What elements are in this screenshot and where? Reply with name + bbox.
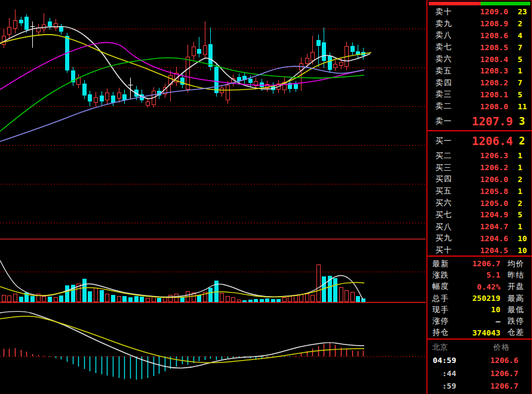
quote-panel: 卖十1209.023卖九1208.92卖八1208.64卖七1208.57卖六1… (426, 0, 532, 394)
info-value: 374043 (466, 328, 500, 337)
info-label-right: 跌停 (508, 316, 524, 327)
ask-label: 卖二 (435, 101, 468, 112)
tick-row[interactable]: 04:591206.6 (428, 354, 531, 367)
info-label-right: 均价 (508, 258, 524, 269)
tick-row[interactable]: :441206.7 (428, 367, 531, 380)
bid1-volume: 2 (519, 135, 525, 147)
bid-label: 买八 (435, 221, 468, 232)
info-value: 5.1 (466, 270, 500, 279)
tick-row[interactable]: :591206.7 (428, 380, 531, 393)
ask-volume: 5 (518, 55, 522, 64)
ask-row[interactable]: 卖七1208.57 (428, 41, 531, 53)
ask-volume: 4 (518, 31, 522, 40)
ask-row[interactable]: 卖二1208.011 (428, 100, 531, 112)
bid-volume: 2 (518, 175, 522, 184)
info-ticks-separator (428, 338, 531, 340)
ask-row[interactable]: 卖十1209.023 (428, 6, 531, 18)
info-label: 总手 (432, 293, 466, 304)
book-info-separator (428, 256, 531, 257)
ask-row[interactable]: 卖八1208.64 (428, 30, 531, 42)
info-row: 涨跌5.1昨结 (428, 269, 531, 281)
buy-sell-ratio-bar (429, 2, 530, 5)
ask-price: 1208.2 (468, 78, 508, 87)
ask-price: 1209.0 (468, 7, 508, 16)
info-value: 1206.7 (466, 259, 500, 268)
ask1-row-container: 卖一1207.93 (428, 112, 531, 130)
ask-price: 1208.4 (468, 55, 508, 64)
bid-label: 买五 (435, 186, 468, 196)
tick-price: 1206.7 (456, 369, 518, 378)
ask-label: 卖九 (435, 19, 468, 29)
bid1-price: 1206.4 (468, 134, 513, 147)
info-label: 最新 (432, 258, 466, 269)
bid-row[interactable]: 买三1206.21 (428, 162, 531, 174)
ask-price: 1208.3 (468, 66, 508, 75)
tick-price: 1206.7 (456, 381, 518, 390)
market-info-section: 最新1206.7均价涨跌5.1昨结幅度0.42%开盘总手250219最高现手10… (428, 258, 531, 338)
tick-list-header: 北京 价格 (428, 340, 531, 354)
ask-price: 1208.9 (468, 19, 508, 28)
ask1-volume: 3 (519, 115, 525, 127)
info-value: 250219 (466, 294, 500, 303)
bid-row[interactable]: 买四1206.02 (428, 174, 531, 186)
ask-row[interactable]: 卖三1208.15 (428, 89, 531, 101)
ask-row[interactable]: 卖九1208.92 (428, 18, 531, 30)
info-value: 10 (466, 305, 500, 314)
ask-row[interactable]: 卖四1208.27 (428, 77, 531, 89)
bid-row[interactable]: 买五1205.81 (428, 185, 531, 197)
info-label: 幅度 (432, 281, 466, 292)
kline-chart-canvas[interactable] (0, 0, 426, 394)
bid-label: 买二 (435, 150, 468, 161)
tick-time: :44 (428, 369, 456, 378)
info-label: 持仓 (432, 327, 466, 338)
bid-price: 1204.5 (468, 246, 508, 255)
bid-row[interactable]: 买八1204.71 (428, 221, 531, 233)
info-row: 现手10最低 (428, 304, 531, 315)
bid-price: 1206.2 (468, 163, 508, 172)
bid-volume: 1 (518, 163, 522, 172)
bid-price: 1205.0 (468, 199, 508, 208)
tick-header-price: 价格 (493, 342, 510, 353)
bid-volume: 5 (518, 210, 522, 219)
bid-volume: 10 (518, 246, 527, 255)
bid-price: 1205.8 (468, 187, 508, 196)
bid-row[interactable]: 买九1204.610 (428, 233, 531, 245)
tick-time: 04:59 (428, 356, 456, 365)
ask-volume: 7 (518, 43, 522, 52)
info-row: 持仓374043仓差 (428, 327, 531, 338)
ask-price: 1208.0 (468, 102, 508, 111)
tick-price: 1206.6 (456, 356, 518, 365)
info-label: 涨跌 (432, 270, 466, 281)
ask-volume: 1 (518, 66, 522, 75)
bid-label: 买三 (435, 162, 468, 173)
bid1-row-container: 买一1206.42 (428, 132, 531, 150)
info-label-right: 最低 (508, 304, 524, 315)
info-row: 最新1206.7均价 (428, 258, 531, 269)
ask-label: 卖六 (435, 54, 468, 64)
ask-row[interactable]: 卖六1208.45 (428, 53, 531, 65)
info-row: 涨停—跌停 (428, 315, 531, 327)
info-label-right: 仓差 (508, 327, 524, 338)
info-label: 涨停 (432, 316, 466, 327)
ask1-row[interactable]: 卖一1207.93 (428, 112, 531, 130)
tick-list: 北京 价格 04:591206.6:441206.7:591206.7 (428, 340, 531, 393)
bid-row[interactable]: 买七1204.95 (428, 209, 531, 221)
info-value: — (466, 317, 500, 326)
bid-levels-list: 买二1206.31买三1206.21买四1206.02买五1205.81买六12… (428, 150, 531, 256)
info-row: 幅度0.42%开盘 (428, 281, 531, 293)
ask1-price: 1207.9 (468, 115, 513, 128)
ratio-bar-sell-segment (429, 2, 481, 5)
bid-volume: 1 (518, 187, 522, 196)
bid-row[interactable]: 买二1206.31 (428, 150, 531, 162)
bid-row[interactable]: 买十1204.510 (428, 244, 531, 256)
bid-label: 买九 (435, 233, 468, 244)
ask-row[interactable]: 卖五1208.31 (428, 65, 531, 77)
bid1-row[interactable]: 买一1206.42 (428, 132, 531, 150)
bid-volume: 10 (518, 234, 527, 243)
info-label-right: 昨结 (508, 270, 524, 281)
bid-row[interactable]: 买六1205.02 (428, 197, 531, 209)
info-label-right: 开盘 (508, 281, 524, 292)
ask-label: 卖三 (435, 89, 468, 100)
info-row: 总手250219最高 (428, 293, 531, 304)
spread-separator (428, 130, 531, 131)
